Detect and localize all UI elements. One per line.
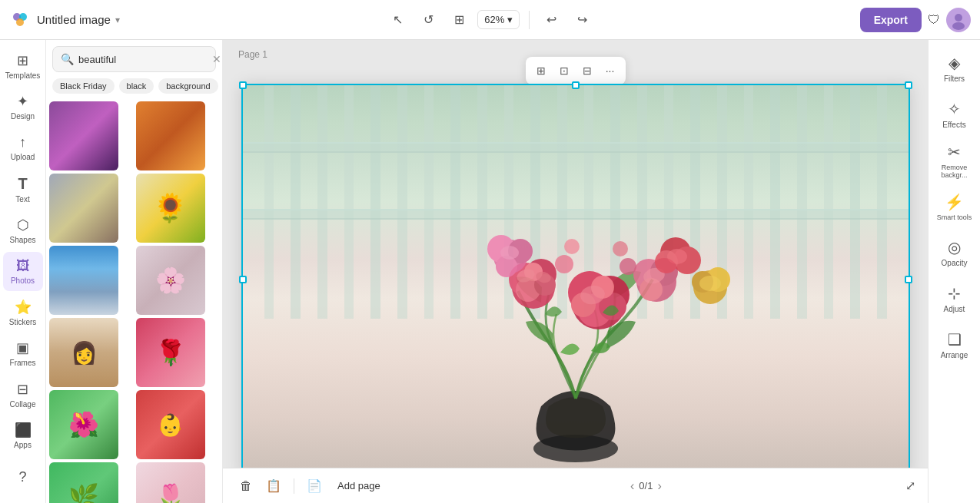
photo-item[interactable]: 🌻 [136,174,205,243]
sidebar-item-collage[interactable]: ⊟ Collage [3,375,43,415]
photo-item[interactable] [136,101,205,170]
photo-item[interactable]: 👶 [136,390,205,459]
photos-icon: 🖼 [16,258,30,274]
photo-item[interactable] [49,101,118,170]
sidebar-item-upload[interactable]: ↑ Upload [3,128,43,168]
bottom-right: ⤢ [905,478,915,493]
photo-item[interactable] [49,174,118,243]
logo-icon [9,9,31,31]
delete-button[interactable]: 🗑 [235,475,257,497]
right-tool-opacity[interactable]: ◎ Opacity [932,230,977,275]
help-icon: ? [18,469,26,485]
flower-svg [376,153,776,475]
tag-black-friday[interactable]: Black Friday [52,78,115,94]
text-icon: T [18,175,27,193]
canvas-container[interactable]: ↻ [241,84,910,475]
sidebar-item-apps[interactable]: ⬛ Apps [3,416,43,456]
float-crop-button[interactable]: ⊞ [530,60,552,81]
refresh-tool-button[interactable]: ↺ [416,8,440,32]
photo-item[interactable]: 🌺 [49,390,118,459]
doc-title[interactable]: Untitled image ▾ [37,13,120,26]
sidebar-item-photos[interactable]: 🖼 Photos [3,252,43,292]
sidebar-item-frames[interactable]: ▣ Frames [3,334,43,374]
tag-row: Black Friday black background [46,72,222,98]
sidebar-item-help[interactable]: ? [3,457,43,497]
sidebar-item-stickers[interactable]: ⭐ Stickers [3,293,43,333]
photo-item[interactable]: 🌷 [136,462,205,503]
float-flip-button[interactable]: ⊡ [553,60,575,81]
arrange-icon: ❑ [948,330,962,349]
top-header: Untitled image ▾ ↖ ↺ ⊞ 62% ▾ ↩ ↪ Export … [0,0,980,40]
bottom-left: 🗑 📋 📄 Add page [235,475,387,497]
tag-background[interactable]: background [158,78,218,94]
zoom-value: 62% [484,14,504,25]
photo-item[interactable]: 🌿 [49,462,118,503]
bottom-bar: 🗑 📋 📄 Add page ‹ 0/1 › ⤢ [223,468,928,503]
search-input[interactable] [78,54,208,65]
redo-button[interactable]: ↪ [570,8,594,32]
search-clear-button[interactable]: ✕ [212,53,221,65]
sidebar-label-upload: Upload [11,153,35,161]
next-page-button[interactable]: › [657,479,661,493]
undo-button[interactable]: ↩ [539,8,563,32]
smart-tools-label: Smart tools [937,213,972,221]
right-tool-effects[interactable]: ✧ Effects [932,92,977,137]
zoom-control[interactable]: 62% ▾ [477,10,520,29]
sidebar-item-text[interactable]: T Text [3,170,43,210]
adjust-label: Adjust [944,305,965,313]
svg-point-43 [613,241,628,256]
add-page-label: Add page [337,480,380,491]
select-tool-button[interactable]: ↖ [385,8,410,32]
export-button[interactable]: Export [860,8,922,32]
filters-label: Filters [944,74,965,83]
search-icon: 🔍 [61,53,74,65]
photos-panel: 🔍 ✕ Black Friday black background 🌻 🌸 [46,40,223,503]
apps-icon: ⬛ [15,422,32,438]
right-tool-adjust[interactable]: ⊹ Adjust [932,276,977,321]
tag-black[interactable]: black [119,78,154,94]
svg-point-35 [667,249,687,264]
effects-icon: ✧ [948,100,961,118]
sidebar-item-templates[interactable]: ⊞ Templates [3,46,43,86]
right-tool-remove-bg[interactable]: ✂ Remove backgr... [932,138,977,183]
float-mask-button[interactable]: ⊟ [576,60,598,81]
right-panel: ◈ Filters ✧ Effects ✂ Remove backgr... ⚡… [928,40,980,503]
fullscreen-button[interactable]: ⤢ [905,478,915,493]
shapes-icon: ⬡ [17,217,29,233]
page-indicator: 0/1 [639,480,653,491]
copy-button[interactable]: 📋 [263,475,284,497]
templates-icon: ⊞ [17,52,28,69]
canvas-image [241,84,910,475]
shield-icon: 🛡 [928,13,940,27]
effects-label: Effects [942,121,965,129]
canvas-area: Page 1 ⊞ ⊡ ⊟ ··· [223,40,928,503]
right-tool-filters[interactable]: ◈ Filters [932,46,977,91]
sidebar-item-shapes[interactable]: ⬡ Shapes [3,210,43,250]
doc-title-text: Untitled image [37,13,111,26]
opacity-icon: ◎ [948,238,961,256]
stickers-icon: ⭐ [15,299,32,316]
frame-tool-button[interactable]: ⊞ [447,8,471,32]
svg-point-39 [699,276,721,291]
photo-grid: 🌻 🌸 👩 🌹 🌺 👶 🌿 [46,98,222,503]
right-tool-smart[interactable]: ⚡ Smart tools [932,184,977,229]
fence-rail-top [241,142,910,153]
photo-item[interactable]: 🌹 [136,318,205,387]
sidebar-label-frames: Frames [10,359,36,367]
main-area: ⊞ Templates ✦ Design ↑ Upload T Text ⬡ S… [0,40,980,503]
search-bar[interactable]: 🔍 ✕ [52,46,216,72]
svg-point-41 [620,258,636,275]
sidebar-item-design[interactable]: ✦ Design [3,88,43,127]
remove-bg-icon: ✂ [948,143,961,161]
right-tool-arrange[interactable]: ❑ Arrange [932,323,977,367]
sidebar-label-shapes: Shapes [10,236,36,244]
photo-item[interactable]: 👩 [49,318,118,387]
sidebar-label-design: Design [11,112,35,121]
zoom-chevron-icon: ▾ [507,14,513,25]
photo-item[interactable]: 🌸 [136,246,205,315]
photo-item[interactable] [49,246,118,315]
prev-page-button[interactable]: ‹ [630,479,634,493]
add-page-button[interactable]: Add page [331,477,387,495]
divider [529,11,530,29]
float-more-button[interactable]: ··· [600,60,621,81]
